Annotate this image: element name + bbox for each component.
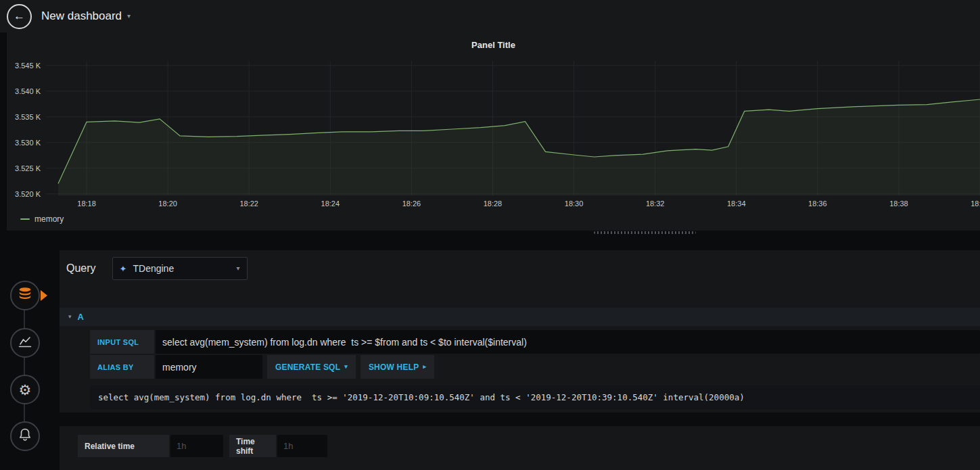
relative-time-field[interactable] (170, 435, 223, 457)
query-section-label: Query (66, 262, 96, 275)
y-axis-tick: 3.530 K (7, 138, 41, 147)
tdengine-logo-icon: ✦ (120, 264, 127, 274)
tab-alert[interactable] (10, 421, 40, 451)
query-row-header[interactable]: ▾ A (60, 308, 980, 326)
query-editor-card: Query ✦ TDengine ▾ ▾ A INPUT SQL ALIAS B… (60, 250, 980, 413)
grafana-panel-editor: ← New dashboard ▾ Panel Title memory 18:… (0, 0, 980, 470)
tab-general[interactable]: ⚙ (10, 375, 40, 404)
time-shift-field[interactable] (277, 435, 327, 457)
collapse-caret-icon: ▾ (68, 314, 72, 320)
input-sql-row: INPUT SQL (90, 330, 980, 354)
tab-visualization[interactable] (10, 328, 40, 358)
generated-sql-text: select avg(mem_system) from log.dn where… (90, 385, 980, 409)
y-axis-tick: 3.520 K (7, 189, 41, 199)
query-ref-id: A (78, 312, 84, 322)
chevron-down-icon: ▾ (344, 364, 348, 370)
database-icon (17, 286, 33, 305)
generate-sql-button[interactable]: GENERATE SQL ▾ (267, 355, 356, 379)
x-axis-tick: 18:20 (147, 199, 188, 208)
datasource-name: TDengine (133, 263, 174, 274)
chevron-down-icon: ▾ (127, 13, 131, 20)
x-axis-tick: 18:32 (635, 199, 676, 208)
y-axis-tick: 3.535 K (7, 112, 41, 122)
x-axis-tick: 18:22 (229, 199, 269, 208)
tab-rail-connector (24, 296, 25, 436)
x-axis-tick: 18:24 (310, 199, 350, 208)
graph-panel: Panel Title memory 18:1818:2018:2218:241… (7, 32, 980, 231)
chart-plot[interactable] (46, 61, 980, 195)
x-axis-tick: 18:26 (391, 199, 431, 208)
bell-icon (17, 427, 33, 446)
top-nav-bar: ← New dashboard ▾ (0, 0, 980, 32)
tab-queries[interactable] (10, 281, 40, 310)
time-options-row: Relative time Time shift (78, 435, 327, 457)
x-axis-tick: 18:30 (554, 199, 594, 208)
back-button[interactable]: ← (7, 4, 32, 29)
x-axis-tick: 18:38 (879, 199, 919, 208)
generate-sql-label: GENERATE SQL (275, 362, 340, 372)
x-axis-tick: 18:40 (960, 199, 980, 208)
y-axis-tick: 3.540 K (7, 87, 41, 96)
alias-by-label: ALIAS BY (90, 355, 154, 379)
query-header: Query ✦ TDengine ▾ (66, 255, 248, 282)
relative-time-label: Relative time (78, 435, 169, 457)
chevron-right-icon: ▸ (423, 364, 426, 370)
time-shift-label: Time shift (229, 435, 276, 457)
x-axis-tick: 18:18 (66, 199, 107, 208)
chevron-down-icon: ▾ (237, 265, 240, 272)
x-axis-tick: 18:36 (797, 199, 838, 208)
line-chart-icon (17, 333, 33, 352)
x-axis-tick: 18:34 (716, 199, 757, 208)
input-sql-field[interactable] (156, 330, 980, 354)
legend-swatch (20, 218, 30, 220)
datasource-picker[interactable]: ✦ TDengine ▾ (112, 257, 248, 280)
y-axis-tick: 3.545 K (7, 61, 41, 70)
panel-resize-handle[interactable] (594, 231, 696, 234)
query-form: INPUT SQL ALIAS BY GENERATE SQL ▾ SHOW H… (90, 330, 980, 409)
editor-tab-rail: ⚙ (0, 235, 60, 470)
dashboard-title: New dashboard (41, 9, 122, 23)
gear-icon: ⚙ (19, 383, 32, 397)
time-options-card: Relative time Time shift (60, 426, 980, 470)
legend-item-memory[interactable]: memory (20, 214, 64, 224)
show-help-label: SHOW HELP (369, 362, 419, 372)
panel-title: Panel Title (7, 40, 980, 50)
active-tab-arrow-icon (41, 290, 47, 301)
x-axis-tick: 18:28 (472, 199, 513, 208)
input-sql-label: INPUT SQL (90, 330, 154, 354)
legend-label: memory (34, 214, 64, 224)
show-help-button[interactable]: SHOW HELP ▸ (360, 355, 434, 379)
dashboard-title-dropdown[interactable]: New dashboard ▾ (41, 9, 131, 23)
alias-by-field[interactable] (156, 355, 262, 379)
alias-by-row: ALIAS BY GENERATE SQL ▾ SHOW HELP ▸ (90, 355, 980, 379)
arrow-left-icon: ← (14, 9, 25, 23)
y-axis-tick: 3.525 K (7, 164, 41, 173)
